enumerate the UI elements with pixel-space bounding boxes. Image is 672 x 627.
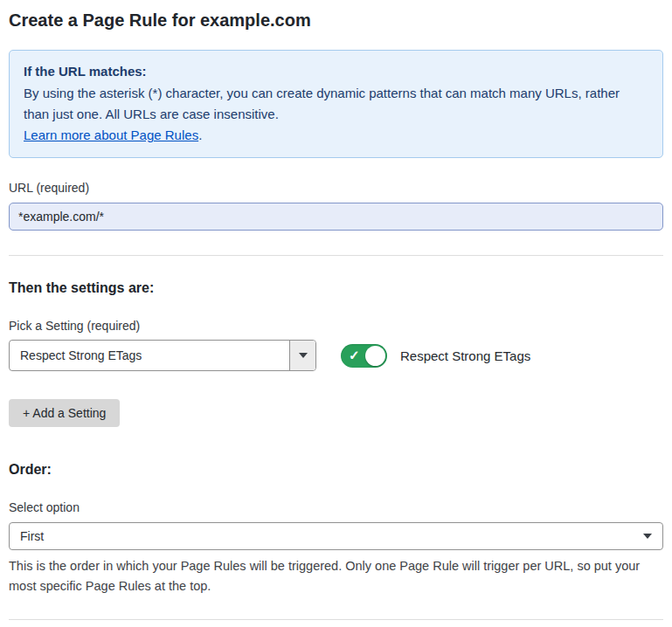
order-select[interactable]: First [9, 522, 663, 550]
setting-select-value: Respect Strong ETags [10, 341, 289, 370]
respect-strong-etags-toggle[interactable]: ✓ [341, 344, 387, 368]
info-box-body: By using the asterisk (*) character, you… [24, 83, 648, 125]
select-option-label: Select option [9, 500, 663, 514]
setting-row: Respect Strong ETags ✓ Respect Strong ET… [9, 340, 663, 371]
section-divider [9, 255, 663, 256]
footer-divider [9, 619, 663, 620]
info-link-row: Learn more about Page Rules. [24, 125, 648, 146]
toggle-knob [365, 346, 385, 366]
setting-select[interactable]: Respect Strong ETags [9, 340, 316, 371]
settings-heading: Then the settings are: [9, 280, 663, 296]
info-box-heading: If the URL matches: [24, 61, 648, 82]
pick-setting-label: Pick a Setting (required) [9, 319, 663, 333]
order-help-text: This is the order in which your Page Rul… [9, 556, 663, 596]
url-label: URL (required) [9, 181, 663, 195]
order-heading: Order: [9, 462, 663, 478]
add-setting-button[interactable]: + Add a Setting [9, 399, 120, 427]
url-match-info-box: If the URL matches: By using the asteris… [9, 50, 663, 158]
learn-more-link[interactable]: Learn more about Page Rules [24, 127, 198, 142]
create-page-rule-form: Create a Page Rule for example.com If th… [9, 10, 663, 627]
page-title: Create a Page Rule for example.com [9, 10, 663, 31]
url-input[interactable] [9, 203, 663, 231]
setting-select-caret-button[interactable] [289, 341, 315, 370]
toggle-label: Respect Strong ETags [400, 348, 530, 363]
link-period: . [198, 127, 202, 142]
caret-down-icon [299, 353, 308, 358]
chevron-down-icon [643, 534, 652, 539]
check-icon: ✓ [349, 348, 360, 362]
order-select-value: First [20, 529, 44, 543]
